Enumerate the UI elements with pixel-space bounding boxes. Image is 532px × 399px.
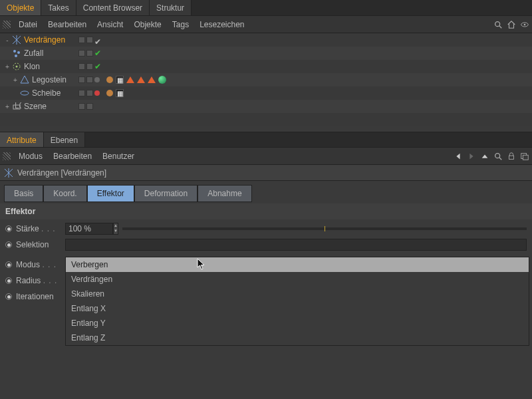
anim-dot-icon[interactable] [5,293,12,300]
tab-objekte[interactable]: Objekte [0,0,41,15]
svg-rect-20 [509,156,514,159]
menu-tags[interactable]: Tags [167,17,194,32]
menu-benutzer[interactable]: Benutzer [97,149,140,164]
hierarchy-row[interactable]: + Klon ✔ [0,60,532,73]
object-label[interactable]: Verdrängen [24,35,65,45]
svg-text:L0: L0 [15,102,21,110]
param-label: Stärke [16,224,39,233]
visibility-toggles[interactable] [78,76,100,83]
expander-icon[interactable]: + [4,63,11,70]
subtab-koord[interactable]: Koord. [43,185,86,202]
checkmark-icon[interactable]: ✔ [94,37,100,43]
expander-icon[interactable]: + [12,76,19,83]
object-label[interactable]: Zufall [24,49,43,58]
svg-point-11 [17,51,20,54]
expander-icon[interactable]: - [4,37,11,43]
tab-content-browser[interactable]: Content Browser [76,0,150,15]
eye-icon[interactable] [520,20,529,29]
lock-icon[interactable] [507,152,516,161]
menu-modus[interactable]: Modus [13,149,48,164]
visibility-toggles[interactable] [78,90,100,96]
subtab-effektor[interactable]: Effektor [87,185,134,202]
svg-line-6 [13,40,17,44]
tab-takes[interactable]: Takes [41,0,76,15]
visibility-toggles[interactable]: ✔ [78,62,101,71]
section-header-effektor: Effektor [0,203,532,219]
subtab-basis[interactable]: Basis [4,185,43,202]
hierarchy-row[interactable]: - Verdrängen ✔ [0,33,532,47]
visibility-toggles[interactable]: ✔ [78,49,101,58]
object-label[interactable]: Scheibe [32,88,61,98]
anim-dot-icon[interactable] [5,225,12,232]
nav-fwd-icon[interactable] [467,152,476,161]
visibility-toggles[interactable]: ✔ [78,37,100,43]
object-label[interactable]: Klon [24,62,40,71]
menu-bearbeiten[interactable]: Bearbeiten [43,17,92,32]
visibility-toggles[interactable] [78,103,93,110]
random-effector-icon [12,49,21,58]
tab-attribute[interactable]: Attribute [0,132,44,147]
strength-input[interactable]: 100 % [65,223,113,235]
tab-ebenen[interactable]: Ebenen [44,132,85,147]
anim-dot-icon[interactable] [5,241,12,248]
param-strength: Stärke . . . 100 % ▲▼ [0,221,532,237]
object-hierarchy: - Verdrängen ✔ Zufall ✔ + Klon ✔ + Legos… [0,33,532,126]
attribute-object-title: Verdrängen [Verdrängen] [17,168,106,178]
svg-line-7 [17,40,21,44]
svg-line-25 [5,173,9,177]
hierarchy-row[interactable]: + L0 Szene [0,100,532,113]
expander-icon [12,90,19,96]
svg-rect-22 [523,155,528,160]
param-label: Modus [16,260,40,269]
object-label[interactable]: Legostein [32,75,66,84]
spinner-icon[interactable]: ▲▼ [113,223,118,235]
home-icon[interactable] [507,20,516,29]
attribute-object-header: Verdrängen [Verdrängen] [0,165,532,181]
dropdown-option[interactable]: Verdrängen [66,272,529,287]
dropdown-option[interactable]: Entlang Z [66,331,529,345]
selection-input[interactable] [65,239,527,251]
svg-point-12 [15,55,17,57]
texture-tag-icon[interactable] [106,76,113,83]
svg-line-24 [9,169,13,173]
expander-icon[interactable]: + [4,103,11,110]
phong-tag-icon[interactable] [148,76,156,83]
menu-ansicht[interactable]: Ansicht [92,17,128,32]
new-window-icon[interactable] [520,152,529,161]
search-icon[interactable] [493,152,503,161]
search-icon[interactable] [493,20,503,29]
menu-bearbeiten[interactable]: Bearbeiten [48,149,97,164]
menu-datei[interactable]: Datei [13,17,43,32]
texture-tag-icon[interactable] [106,90,113,96]
selection-tag-icon[interactable]: ▦ [116,89,124,97]
expander-icon [4,50,11,57]
selection-tag-icon[interactable]: ▦ [116,76,124,84]
hierarchy-row[interactable]: Zufall ✔ [0,47,532,60]
attribute-menubar: Modus Bearbeiten Benutzer [0,148,532,165]
tag-row: ▦ [106,76,166,84]
material-tag-icon[interactable] [158,76,166,84]
phong-tag-icon[interactable] [137,76,145,83]
svg-line-4 [13,36,17,40]
dropdown-option[interactable]: Verbergen [66,257,529,272]
menu-lesezeichen[interactable]: Lesezeichen [194,17,249,32]
dropdown-option[interactable]: Entlang X [66,301,529,316]
svg-line-23 [5,169,9,173]
subtab-abnahme[interactable]: Abnahme [198,185,251,202]
nav-up-icon[interactable] [480,152,489,161]
menu-objekte[interactable]: Objekte [128,17,166,32]
subtab-deformation[interactable]: Deformation [134,185,198,202]
hierarchy-row[interactable]: Scheibe ▦ [0,86,532,100]
anim-dot-icon[interactable] [5,261,12,268]
push-apart-effector-icon [12,35,21,45]
hierarchy-row[interactable]: + Legostein ▦ [0,73,532,86]
tab-struktur[interactable]: Struktur [150,0,192,15]
param-label: Radius [16,276,41,285]
dropdown-option[interactable]: Entlang Y [66,316,529,331]
phong-tag-icon[interactable] [126,76,134,83]
strength-slider[interactable] [122,227,527,230]
anim-dot-icon[interactable] [5,277,12,284]
dropdown-option[interactable]: Skalieren [66,287,529,301]
object-label[interactable]: Szene [24,102,47,111]
nav-back-icon[interactable] [454,152,463,161]
